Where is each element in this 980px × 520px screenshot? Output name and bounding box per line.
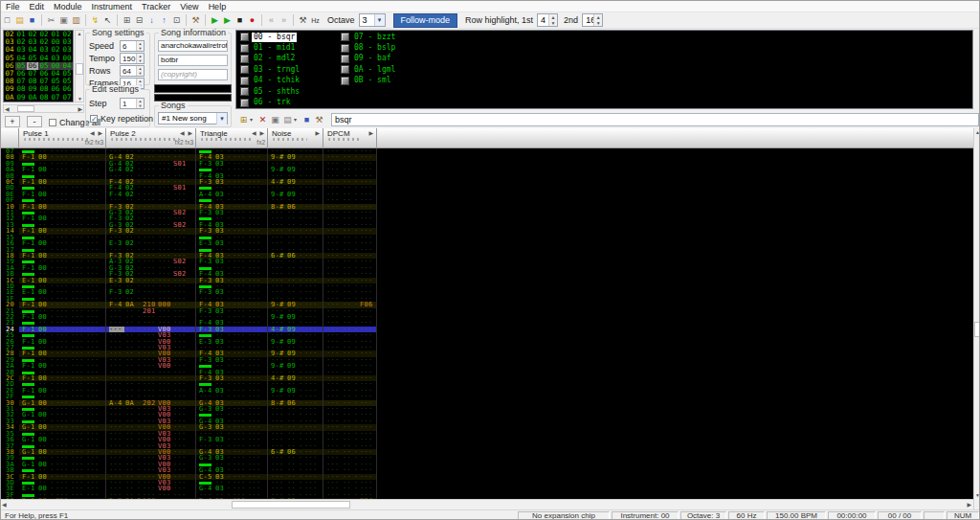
channel-header-pulse-1[interactable]: Pulse 1◀ ▶fx2 fx3: [19, 128, 106, 147]
channel-expand-arrows-icon[interactable]: ◀ ▶: [180, 129, 193, 138]
instrument-item-08[interactable]: 08 - bslp: [339, 42, 397, 53]
instrument-item-0B[interactable]: 0B - sml: [339, 76, 393, 86]
spinner-arrows-icon[interactable]: ▲▼: [136, 99, 144, 108]
previous-song-icon[interactable]: «: [266, 14, 278, 27]
paste-icon[interactable]: ▥: [71, 14, 82, 27]
frame-pattern-cell[interactable]: 09: [15, 94, 27, 102]
edit-enable-icon[interactable]: ↯: [90, 14, 101, 27]
frame-move-down-icon[interactable]: ↓: [146, 14, 158, 27]
channel-header-dpcm[interactable]: DPCM▶: [323, 128, 377, 147]
instrument-item-09[interactable]: 09 - baf: [339, 54, 393, 64]
channel-expand-arrows-icon[interactable]: ◀ ▶: [90, 129, 103, 138]
new-instrument-icon[interactable]: ⊞: [237, 113, 250, 125]
frame-pattern-cell[interactable]: 07: [61, 94, 73, 102]
frame-editor-vscrollbar[interactable]: ▲ ▼: [75, 30, 84, 102]
cut-icon[interactable]: ✂: [46, 14, 57, 27]
scrollbar-thumb[interactable]: [17, 105, 34, 112]
frame-move-up-icon[interactable]: ↑: [159, 14, 170, 27]
key-repetition-checkbox[interactable]: ✓ Key repetition: [90, 114, 153, 124]
row-highlight-2nd-stepper[interactable]: 16▲▼: [582, 13, 603, 27]
scrollbar-thumb[interactable]: [232, 501, 350, 509]
frame-remove-button[interactable]: -: [27, 116, 42, 127]
clone-instrument-icon[interactable]: ▣: [269, 113, 281, 125]
instrument-item-04[interactable]: 04 - tchik: [238, 76, 301, 86]
instrument-name-input[interactable]: bsqr: [331, 113, 979, 126]
chevron-down-icon[interactable]: ▾: [216, 113, 227, 124]
scrollbar-thumb[interactable]: [974, 322, 980, 337]
instrument-item-05[interactable]: 05 - shths: [238, 86, 301, 97]
scroll-left-icon[interactable]: ◀: [5, 105, 10, 112]
tempo-stepper[interactable]: 150▲▼: [120, 53, 145, 64]
menu-item-view[interactable]: View: [175, 1, 203, 12]
channel-expand-arrows-icon[interactable]: ▶: [315, 129, 321, 138]
scroll-up-icon[interactable]: ▲: [974, 129, 980, 135]
copy-icon[interactable]: ▣: [58, 14, 70, 27]
scroll-up-icon[interactable]: ▲: [76, 31, 83, 36]
chevron-down-icon[interactable]: ▾: [374, 14, 385, 26]
menu-item-instrument[interactable]: Instrument: [87, 1, 138, 12]
channel-header-noise[interactable]: Noise▶: [268, 128, 323, 147]
follow-mode-button[interactable]: Follow-mode: [393, 13, 458, 28]
configuration-icon[interactable]: ⚒: [298, 14, 309, 27]
menu-item-file[interactable]: File: [1, 1, 25, 12]
instrument-item-02[interactable]: 02 - mdl2: [238, 54, 297, 64]
instrument-item-07[interactable]: 07 - bzzt: [339, 32, 397, 42]
follow-cursor-icon[interactable]: ↖: [102, 14, 114, 27]
instrument-item-00[interactable]: 00 - bsqr: [238, 32, 297, 42]
menu-item-help[interactable]: Help: [204, 1, 232, 12]
frame-remove-icon[interactable]: ⊟: [134, 14, 145, 27]
instrument-item-03[interactable]: 03 - trngl: [238, 64, 301, 75]
instrument-editor-icon[interactable]: ⚒: [313, 113, 325, 125]
pattern-grid[interactable]: 07······································…: [1, 148, 973, 499]
speed-stepper[interactable]: 6▲▼: [120, 40, 145, 52]
frame-editor[interactable]: 0201020201020302030200030403040302030504…: [3, 30, 74, 102]
stop-icon[interactable]: ■: [234, 14, 246, 27]
menu-item-module[interactable]: Module: [49, 1, 87, 12]
frame-row[interactable]: 0A090A080707: [4, 94, 73, 102]
rows-stepper[interactable]: 64▲▼: [120, 65, 145, 77]
load-instrument-dropdown-icon[interactable]: ▾: [294, 116, 301, 123]
scroll-right-icon[interactable]: ▶: [78, 105, 82, 112]
save-file-icon[interactable]: ■: [27, 14, 38, 27]
checkbox-icon[interactable]: [49, 119, 56, 126]
save-instrument-icon[interactable]: ■: [301, 113, 313, 125]
spinner-arrows-icon[interactable]: ▲▼: [136, 54, 144, 63]
song-title-input[interactable]: anarchokawaiiretrofifty: [158, 40, 228, 52]
play-pattern-icon[interactable]: ▶: [222, 14, 234, 27]
channel-header-pulse-2[interactable]: Pulse 2◀ ▶fx2 fx3: [106, 128, 196, 147]
spinner-arrows-icon[interactable]: ▲▼: [548, 14, 557, 26]
scroll-right-icon[interactable]: ▶: [967, 501, 971, 508]
next-song-icon[interactable]: »: [278, 14, 290, 27]
checkbox-checked-icon[interactable]: ✓: [90, 115, 98, 123]
frame-duplicate-icon[interactable]: ⊡: [171, 14, 183, 27]
channel-header-triangle[interactable]: Triangle◀ ▶fx2: [196, 128, 268, 147]
spinner-arrows-icon[interactable]: ▲▼: [136, 66, 144, 76]
scroll-left-icon[interactable]: ◀: [2, 501, 7, 508]
instrument-list[interactable]: 00 - bsqr01 - mid102 - mdl203 - trngl04 …: [235, 30, 973, 109]
songs-select[interactable]: #1 New song ▾: [158, 112, 228, 124]
new-file-icon[interactable]: □: [2, 14, 13, 27]
frame-add-button[interactable]: +: [5, 116, 20, 127]
spinner-arrows-icon[interactable]: ▲▼: [593, 14, 602, 26]
row-highlight-1st-stepper[interactable]: 4▲▼: [537, 13, 558, 27]
frame-pattern-cell[interactable]: 07: [50, 94, 61, 102]
load-instrument-icon[interactable]: ▤: [281, 113, 294, 125]
frame-editor-hscrollbar[interactable]: ◀ ▶: [3, 104, 84, 113]
frame-pattern-cell[interactable]: 0A: [27, 94, 38, 102]
menu-item-tracker[interactable]: Tracker: [137, 1, 175, 12]
spinner-arrows-icon[interactable]: ▲▼: [136, 41, 144, 51]
scroll-down-icon[interactable]: ▼: [974, 492, 980, 498]
record-icon[interactable]: ●: [247, 14, 258, 27]
play-icon[interactable]: ▶: [210, 14, 221, 27]
pattern-vscrollbar[interactable]: ▲ ▼: [973, 128, 980, 509]
instrument-item-01[interactable]: 01 - mid1: [238, 42, 297, 53]
frame-pattern-cell[interactable]: 08: [38, 94, 50, 102]
remove-instrument-icon[interactable]: ✕: [256, 113, 269, 125]
scrollbar-thumb[interactable]: [76, 63, 83, 75]
register-display-icon[interactable]: Hz: [310, 14, 322, 27]
step-stepper[interactable]: 1▲▼: [120, 98, 145, 109]
module-properties-icon[interactable]: ⚒: [190, 14, 202, 27]
frame-add-icon[interactable]: ⊞: [122, 14, 133, 27]
channel-expand-arrows-icon[interactable]: ▶: [368, 129, 374, 138]
scroll-down-icon[interactable]: ▼: [78, 96, 82, 102]
